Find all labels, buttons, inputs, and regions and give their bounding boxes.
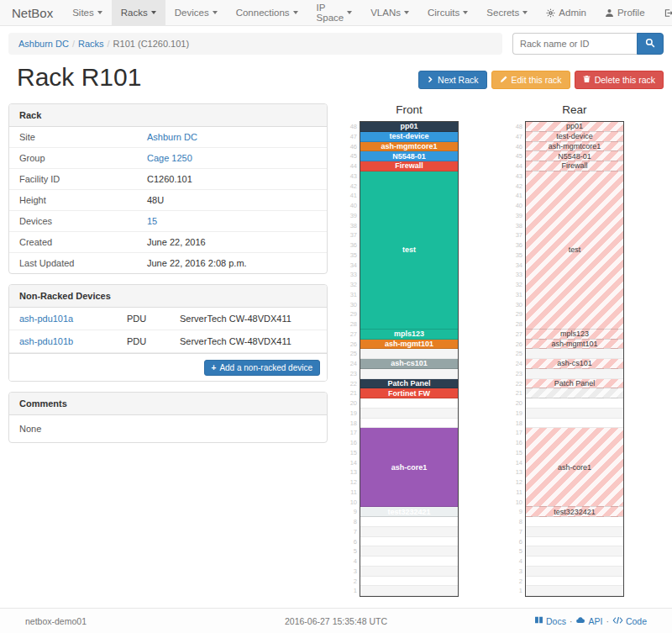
unit-number: 28 [348, 319, 360, 330]
next-rack-button[interactable]: Next Rack [418, 71, 486, 89]
unit-number: 16 [513, 438, 525, 448]
rack-device[interactable] [526, 388, 623, 398]
rack-device[interactable]: pp01 [526, 122, 623, 132]
device-role-cell: PDU [123, 308, 176, 330]
footer-link-code[interactable]: Code [612, 616, 647, 626]
unit-number: 26 [348, 340, 360, 350]
nav-item-connections[interactable]: Connections [227, 0, 307, 25]
rack-device[interactable]: ash-cs101 [526, 359, 623, 369]
nonracked-panel: Non-Racked Devices ash-pdu101aPDUServerT… [8, 284, 328, 382]
rack-device[interactable]: test3232421 [360, 507, 458, 517]
rack-device[interactable]: test-device [360, 132, 458, 142]
rack-device[interactable]: Patch Panel [360, 379, 458, 389]
rack-slot-u19 [360, 409, 458, 419]
footer: netbox-demo01 2016-06-27 15:35:48 UTC Do… [0, 608, 672, 633]
nav-item-profile[interactable]: Profile [596, 0, 654, 25]
nav-item-sites[interactable]: Sites [63, 0, 112, 25]
rack-slot-u25 [526, 349, 623, 359]
attr-value-link[interactable]: Ashburn DC [147, 132, 197, 142]
nav-item-log-out[interactable]: Log out [654, 0, 672, 25]
rack-device[interactable]: pp01 [360, 122, 458, 132]
unit-number: 24 [513, 359, 525, 369]
nav-item-secrets[interactable]: Secrets [477, 0, 537, 25]
rack-device[interactable]: test [360, 171, 458, 330]
unit-number: 29 [348, 309, 360, 319]
unit-number: 21 [348, 388, 360, 398]
nav-item-devices[interactable]: Devices [165, 0, 227, 25]
user-icon [605, 8, 614, 18]
attr-value: Ashburn DC [137, 127, 327, 147]
nav-item-label: VLANs [370, 8, 401, 18]
unit-number: 33 [348, 270, 360, 280]
rack-slot-u8 [360, 517, 458, 527]
rack-device[interactable]: test [526, 171, 623, 330]
rack-device[interactable]: Firewall [526, 161, 623, 171]
rack-search-button[interactable] [637, 33, 664, 55]
nav-item-label: Admin [559, 8, 586, 18]
nav-item-ip-space[interactable]: IP Space [307, 0, 362, 25]
unit-number: 12 [348, 477, 360, 488]
footer-link-separator: · [606, 616, 609, 626]
unit-number: 8 [348, 517, 360, 527]
rack-device[interactable]: mpls123 [526, 330, 623, 340]
footer-link-label: Code [626, 616, 647, 626]
device-link[interactable]: ash-pdu101b [19, 336, 73, 346]
unit-number: 26 [513, 340, 525, 350]
unit-number: 31 [348, 290, 360, 300]
rack-device[interactable]: test3232421 [526, 507, 623, 517]
rack-device[interactable]: test-device [526, 132, 623, 142]
rack-device[interactable]: mpls123 [360, 330, 458, 340]
rack-device[interactable]: Patch Panel [526, 379, 623, 389]
breadcrumb-item[interactable]: Racks [78, 39, 104, 49]
rack-device[interactable]: N5548-01 [526, 151, 623, 161]
rear-elevation: Rear 48474645444342414039383736353433323… [513, 103, 624, 597]
attr-label: Facility ID [9, 169, 137, 189]
rack-device[interactable]: ash-mgmt101 [360, 340, 458, 350]
add-nonracked-device-button[interactable]: + Add a non-racked device [204, 360, 320, 376]
rack-slot-u1 [526, 586, 623, 596]
action-buttons: Next Rack Edit this rack Delete this rac… [418, 71, 664, 89]
unit-number: 46 [513, 142, 525, 152]
rack-device[interactable]: ash-mgmtcore1 [360, 142, 458, 152]
attr-value-link[interactable]: Cage 1250 [147, 153, 192, 163]
nav-item-racks[interactable]: Racks [112, 0, 165, 25]
unit-number: 11 [513, 488, 525, 498]
breadcrumb-item[interactable]: Ashburn DC [18, 39, 69, 49]
rack-slot-u20 [360, 398, 458, 409]
unit-number: 40 [513, 201, 525, 211]
rack-device[interactable]: Firewall [360, 161, 458, 171]
unit-number: 40 [348, 201, 360, 211]
rack-device[interactable]: ash-mgmt101 [526, 340, 623, 350]
attr-label: Height [9, 190, 137, 210]
footer-link-api[interactable]: API [575, 615, 602, 626]
rack-device[interactable]: ash-core1 [360, 428, 458, 507]
rack-device[interactable]: Fortinet FW [360, 388, 458, 398]
edit-rack-button[interactable]: Edit this rack [491, 71, 570, 89]
rack-elevations: Front 4847464544434241403938373635343332… [348, 103, 624, 597]
delete-rack-button[interactable]: Delete this rack [575, 71, 664, 89]
unit-number: 42 [513, 182, 525, 192]
rack-panel-heading: Rack [9, 104, 327, 127]
device-link[interactable]: ash-pdu101a [19, 314, 73, 324]
unit-number: 6 [513, 537, 525, 547]
unit-number: 35 [348, 251, 360, 261]
rack-device[interactable]: ash-cs101 [360, 359, 458, 369]
footer-link-docs[interactable]: Docs [534, 615, 566, 626]
rack-search-input[interactable] [512, 33, 637, 55]
unit-number: 30 [348, 300, 360, 310]
trash-icon [583, 74, 591, 86]
nav-item-vlans[interactable]: VLANs [361, 0, 418, 25]
device-role-cell: PDU [123, 330, 176, 352]
unit-number: 2 [348, 577, 360, 587]
rack-device[interactable]: ash-core1 [526, 428, 623, 507]
attr-value-link[interactable]: 15 [147, 216, 157, 226]
rack-device[interactable]: ash-mgmtcore1 [526, 142, 623, 152]
rack-slot-u4 [526, 557, 623, 567]
brand[interactable]: NetBox [0, 0, 63, 25]
nav-item-admin[interactable]: Admin [537, 0, 596, 25]
nav-item-circuits[interactable]: Circuits [418, 0, 477, 25]
rack-device[interactable]: N5548-01 [360, 151, 458, 161]
footer-link-label: Docs [546, 616, 566, 626]
breadcrumb-separator: / [72, 39, 75, 49]
chevron-down-icon [293, 11, 298, 14]
